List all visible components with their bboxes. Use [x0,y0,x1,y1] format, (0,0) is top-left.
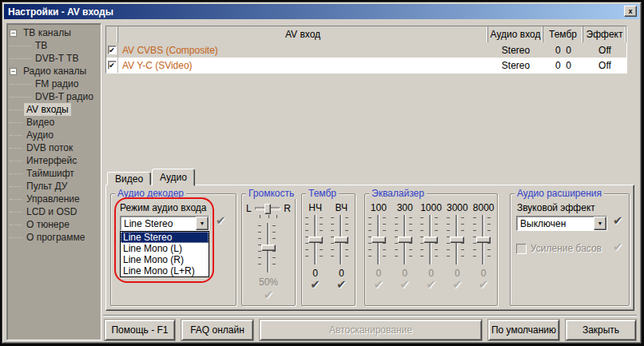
sidebar-item-label: AV входы [24,103,71,116]
balance-left-label: L [246,203,252,214]
footer-buttons: Помощь - F1FAQ онлайнАвтосканированиеПо … [105,320,636,340]
sidebar-item[interactable]: Интерфейс [7,154,101,167]
sidebar-item[interactable]: Видео [7,116,101,129]
sidebar-item[interactable]: LCD и OSD [7,205,101,218]
band-slider[interactable] [329,215,353,264]
slider-thumb[interactable] [398,237,412,243]
group-tone: Тембр НЧ0✔ВЧ0✔ [301,193,356,306]
slider-thumb[interactable] [372,237,386,243]
apply-check-icon: ✔ [426,277,436,292]
sidebar-item[interactable]: О программе [7,231,101,244]
balance-track[interactable] [255,207,281,210]
slider-band: 80000✔ [471,202,496,292]
group-title: Тембр [306,188,339,199]
chevron-down-icon[interactable]: ▼ [594,217,606,230]
band-slider[interactable] [471,215,495,264]
footer-button[interactable]: Помощь - F1 [105,320,175,340]
dropdown-item[interactable]: Line Stereo [121,232,209,243]
sidebar-item-label: Видео [24,116,57,129]
dropdown-item[interactable]: Line Mono (L) [121,243,209,254]
sound-effect-combobox[interactable]: Выключен ▼ [516,216,607,231]
audio-tab-panel: Аудио декодер Режим аудио входа Line Ste… [105,185,634,311]
apply-check-icon[interactable]: ✔ [336,277,347,292]
dropdown-item[interactable]: Line Mono (R) [121,254,209,265]
slider-thumb[interactable] [334,237,348,243]
bass-boost-label: Усиление басов [531,243,602,254]
sidebar-item[interactable]: −ТВ каналы [7,26,101,39]
column-header[interactable]: Эффект [583,26,626,42]
band-slider[interactable] [419,215,443,264]
band-slider[interactable] [393,215,417,264]
tab-strip: ВидеоАудио [107,168,196,185]
sidebar-item[interactable]: DVB-T радио [7,90,101,103]
column-header[interactable]: Тембр [543,26,583,42]
sidebar-item[interactable]: −Радио каналы [7,65,101,78]
footer-button[interactable]: FAQ онлайн [181,320,253,340]
sound-effect-label: Звуковой эффект [517,202,595,213]
apply-check-icon[interactable]: ✔ [310,277,320,292]
sidebar-item-label: ТВ каналы [21,26,74,39]
footer-button[interactable]: Закрыть [566,320,636,340]
slider-thumb[interactable] [423,237,438,243]
group-volume: Громкость L R 50% ✔ [241,193,296,306]
sidebar-item-label: Радио каналы [21,65,89,78]
close-icon[interactable]: x [624,6,637,17]
checkbox-icon[interactable]: ✔ [108,46,117,54]
table-row[interactable]: ✔AV CVBS (Composite)Stereo0 0Off [106,42,626,58]
sidebar-item[interactable]: AV входы [7,103,101,116]
sidebar-item[interactable]: DVB-T ТВ [7,52,101,65]
band-slider[interactable] [367,215,391,264]
tab[interactable]: Аудио [152,169,195,186]
sidebar-item-label: FM радио [33,78,81,90]
tree-collapse-icon[interactable]: − [10,68,17,75]
slider-band: 10000✔ [418,202,443,292]
sidebar-item-label: ТВ [33,39,50,52]
apply-check-icon: ✔ [452,277,463,292]
column-header[interactable]: AV вход [118,26,488,42]
group-title: Эквалайзер [369,188,427,199]
sidebar-item[interactable]: О тюнере [7,218,101,231]
band-slider[interactable] [304,215,328,264]
apply-check-icon[interactable]: ✔ [613,213,623,228]
slider-thumb[interactable] [476,237,491,243]
sidebar-item[interactable]: Аудио [7,129,101,141]
sidebar-item[interactable]: DVB поток [7,141,101,154]
slider-thumb[interactable] [450,237,464,243]
checkbox-icon[interactable]: ✔ [108,61,117,70]
chevron-down-icon[interactable]: ▼ [196,217,209,230]
table-body: ✔AV CVBS (Composite)Stereo0 0Off✔AV Y-C … [106,42,626,73]
apply-check-icon: ✔ [613,240,623,254]
equalizer-bands: 1000✔3000✔10000✔30000✔80000✔ [365,194,497,292]
column-header[interactable]: Аудио вход [488,26,543,42]
apply-check-icon[interactable]: ✔ [216,213,226,228]
tree-line [10,109,22,110]
dropdown-item[interactable]: Line Mono (L+R) [121,265,209,276]
tembr-value: 0 0 [543,45,583,56]
sidebar-item[interactable]: Пульт ДУ [7,180,101,193]
footer-divider [103,315,637,316]
footer-button[interactable]: По умолчанию [488,320,559,340]
apply-check-icon: ✔ [479,277,489,292]
sidebar-item-label: Интерфейс [24,154,79,167]
sidebar-item[interactable]: Управление [7,193,101,205]
balance-thumb[interactable] [264,204,271,214]
sidebar-item[interactable]: ТВ [7,39,101,52]
sidebar-item[interactable]: Таймшифт [7,167,101,180]
band-label: 300 [397,202,413,215]
table-row[interactable]: ✔AV Y-C (SVideo)Stereo0 0Off [106,58,626,73]
slider-thumb[interactable] [308,237,323,243]
balance-slider[interactable]: L R [242,202,295,215]
sidebar-item[interactable]: FM радио [7,78,101,90]
audio-input-mode-combobox[interactable]: Line Stereo ▼ [120,216,209,231]
volume-thumb[interactable] [261,245,276,251]
tree-collapse-icon[interactable]: − [10,30,17,37]
checkbox-icon [516,244,527,254]
tree-line [10,186,22,187]
header-checkbox-column[interactable] [106,26,118,42]
slider-band: 1000✔ [366,202,392,292]
tab[interactable]: Видео [107,172,151,185]
volume-slider[interactable] [256,223,280,272]
tree-line [10,237,22,238]
band-slider[interactable] [445,215,469,264]
table-header: AV входАудио входТембрЭффект [106,26,626,42]
